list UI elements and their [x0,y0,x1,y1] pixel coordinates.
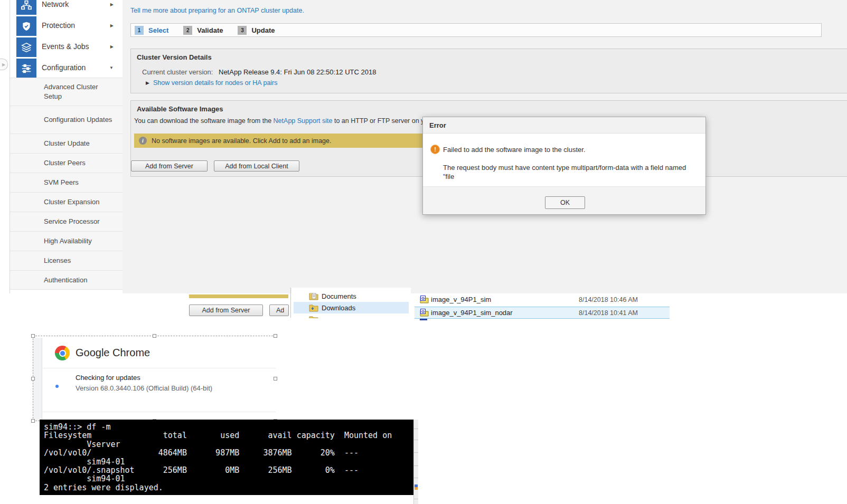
folder-tree-pane: Documents Downloads [291,288,411,318]
wizard-steps: 1 Select 2 Validate 3 Update [130,23,822,37]
file-date: 8/14/2018 10:41 AM [579,309,638,317]
documents-folder-icon [309,292,318,302]
chrome-about-card: Google Chrome Checking for updates Versi… [42,338,276,421]
sidebar-item-high-availability[interactable]: High Availability [10,231,123,251]
folder-icon-partial [309,314,318,318]
folder-name: Documents [322,292,356,300]
file-row-image-v-94P1-sim-nodar-selected[interactable]: G image_v_94P1_sim_nodar 8/14/2018 10:41… [415,307,670,319]
step-number-badge: 2 [183,26,192,35]
no-images-warning-banner: i No software images are available. Clic… [134,134,430,148]
chrome-title: Google Chrome [76,347,150,359]
chevron-right-icon: ▶ [110,0,114,14]
chevron-down-icon: ▼ [109,58,114,78]
netapp-support-site-link[interactable]: NetApp Support site [274,117,333,125]
sidebar-subitem-label: Advanced Cluster Setup [44,82,118,101]
chrome-logo-icon [55,346,70,360]
sidebar-subitem-label: Cluster Expansion [44,197,100,207]
terminal-line: Vserver [44,440,413,449]
sidebar-item-protection[interactable]: Protection ▶ [10,16,123,37]
sidebar-item-authentication[interactable]: Authentication [10,270,123,290]
expand-triangle-icon[interactable]: ▶ [146,80,149,85]
sidebar-subitem-label: Authentication [44,275,87,285]
window-edge [290,288,291,318]
sidebar-item-label: Network [42,0,69,14]
selection-handle[interactable] [153,334,156,338]
sidebar-subitem-label: Cluster Peers [44,158,86,168]
add-from-local-client-button[interactable]: Add from Local Client [214,160,299,172]
chevron-right-icon: ▶ [2,62,5,67]
file-name: image_v_94P1_sim_nodar [431,309,513,317]
layers-icon [16,37,36,57]
sidebar-item-network[interactable]: Network ▶ [10,0,123,16]
chrome-version: Version 68.0.3440.106 (Official Build) (… [76,384,212,392]
sidebar-item-configuration-updates[interactable]: Configuration Updates [10,106,123,134]
sidebar-item-cluster-peers[interactable]: Cluster Peers [10,153,123,173]
sidebar-subitem-label: Service Processor [44,217,99,226]
terminal-line: Filesystem total used avail capacity Mou… [44,431,413,440]
shield-icon [16,16,36,36]
sidebar-item-label: Configuration [42,58,86,78]
step-validate[interactable]: 2 Validate [183,26,223,35]
selection-handle[interactable] [31,377,35,381]
sidebar-item-advanced-cluster-setup[interactable]: Advanced Cluster Setup [10,78,123,106]
step-number-badge: 1 [135,26,144,35]
folder-item-downloads[interactable]: Downloads [294,302,409,313]
file-icon-partial [420,319,427,320]
sidebar-subitem-label: Cluster Update [44,139,90,148]
svg-text:G: G [421,309,425,314]
step-label: Update [251,26,275,34]
error-warning-icon: ! [430,145,440,154]
selection-handle[interactable] [31,334,35,338]
panel-title: Available Software Images [137,105,223,113]
terminal-line: 2 entries were displayed. [44,483,413,492]
update-spinner-dot [55,385,59,388]
terminal-window[interactable]: sim94::> df -m Filesystem total used ava… [40,420,413,495]
error-message-line2: The request body must have content type … [443,164,686,172]
sidebar-subitem-label: Configuration Updates [44,115,112,125]
scrollbar[interactable] [413,420,418,504]
screen: ▶ Network ▶ Protection ▶ [0,0,847,504]
file-row-image-v-94P1-sim[interactable]: G image_v_94P1_sim 8/14/2018 10:46 AM [415,293,670,306]
sidebar-subitem-label: High Availability [44,236,92,246]
sidebar: Network ▶ Protection ▶ Events & Jobs ▶ [10,0,123,293]
sidebar-item-licenses[interactable]: Licenses [10,251,123,270]
sidebar-item-events-jobs[interactable]: Events & Jobs ▶ [10,37,123,58]
help-link[interactable]: Tell me more about preparing for an ONTA… [130,7,304,14]
add-from-server-button[interactable]: Add from Server [131,160,208,172]
sliders-icon [16,59,36,78]
add-from-local-client-button-partial[interactable]: Ad [269,305,289,316]
chrome-update-status: Checking for updates [76,374,140,382]
sidebar-item-configuration[interactable]: Configuration ▼ [10,58,123,79]
sidebar-item-service-processor[interactable]: Service Processor [10,212,123,231]
selection-handle[interactable] [31,419,35,423]
folder-item-documents[interactable]: Documents [291,290,411,302]
svg-text:G: G [421,296,425,301]
cluster-version-panel: Cluster Version Details Current cluster … [130,49,847,93]
error-message-line3: "file [443,173,454,180]
step-select[interactable]: 1 Select [135,26,168,35]
network-icon [16,0,36,15]
sidebar-item-cluster-expansion[interactable]: Cluster Expansion [10,192,123,212]
sidebar-subitem-label: SVM Peers [44,178,79,187]
error-message-line1: Failed to add the software image to the … [443,146,586,154]
warning-text: No software images are available. Click … [152,137,331,145]
show-version-details-link[interactable]: Show version details for nodes or HA pai… [153,79,278,87]
sidebar-item-cluster-update[interactable]: Cluster Update [10,134,123,153]
selection-handle[interactable] [274,377,277,381]
add-from-server-button-2[interactable]: Add from Server [189,305,263,316]
sidebar-subitem-label: Licenses [44,256,71,265]
terminal-line: /vol/vol0/.snapshot 256MB 0MB 256MB 0% -… [44,466,413,474]
folder-name: Downloads [322,304,355,312]
error-dialog-title: Error [423,117,705,134]
divider [43,412,276,412]
error-dialog: Error ! Failed to add the software image… [422,117,706,215]
step-update[interactable]: 3 Update [238,26,275,35]
selection-handle[interactable] [274,334,277,338]
sidebar-item-svm-peers[interactable]: SVM Peers [10,173,123,192]
software-images-description: You can download the software image from… [134,117,460,125]
warning-banner-sliver [189,294,288,298]
sidebar-collapse-handle[interactable]: ▶ [0,59,8,70]
ok-button[interactable]: OK [545,196,585,209]
taskbar-icon-sliver [415,487,418,490]
chevron-right-icon: ▶ [110,16,114,35]
